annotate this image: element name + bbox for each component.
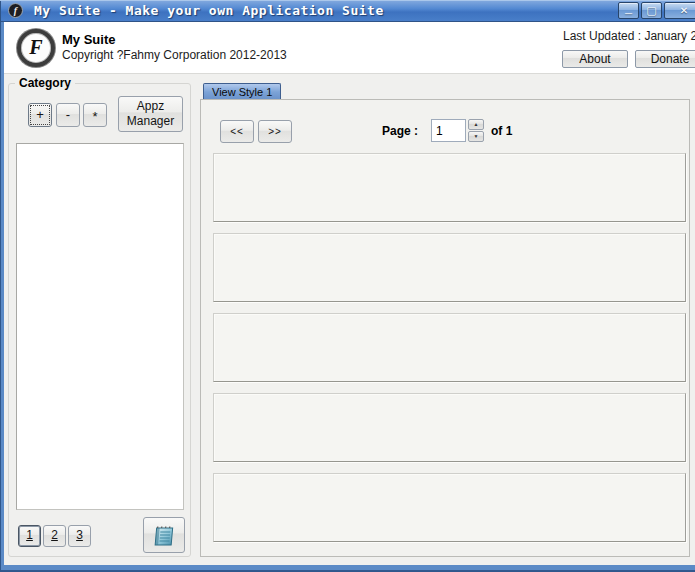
maximize-button[interactable]: ▢ [641,2,662,19]
window-client-area: F My Suite Copyright ?Fahmy Corporation … [4,22,695,565]
window-title: My Suite - Make your own Application Sui… [34,3,384,18]
about-button[interactable]: About [562,50,628,68]
app-slot [213,473,686,542]
quick-page-3-button[interactable]: 3 [68,525,91,547]
wildcard-category-button[interactable]: * [83,103,107,127]
quick-page-1-button[interactable]: 1 [18,525,41,547]
remove-category-button[interactable]: - [56,103,80,127]
category-list[interactable] [16,143,184,510]
quick-page-2-button[interactable]: 2 [43,525,66,547]
window-titlebar: f My Suite - Make your own Application S… [0,0,695,22]
category-group-title: Category [15,76,75,90]
copyright-text: Copyright ?Fahmy Corporation 2012-2013 [62,48,287,62]
app-slot [213,393,686,462]
arrow-down-icon: ▼ [474,133,479,139]
maximize-icon: ▢ [646,4,656,16]
header: F My Suite Copyright ?Fahmy Corporation … [4,22,695,74]
last-updated-text: Last Updated : January 201 [563,29,695,43]
app-titlebar-icon: f [8,3,23,18]
page-total-label: of 1 [491,124,512,138]
notepad-icon [152,524,176,548]
minimize-icon: ─ [625,8,632,19]
add-category-button[interactable]: + [28,103,52,127]
page-spinner: ▲ ▼ [468,119,484,142]
spinner-down-button[interactable]: ▼ [468,131,484,142]
notepad-button[interactable] [143,517,185,553]
category-groupbox: Category + - * Appz Manager 1 2 3 [8,83,191,557]
minimize-button[interactable]: ─ [618,2,639,19]
spinner-up-button[interactable]: ▲ [468,119,484,130]
app-name: My Suite [62,32,115,47]
arrow-up-icon: ▲ [474,121,479,127]
app-window: f My Suite - Make your own Application S… [0,0,695,572]
app-slot [213,313,686,382]
app-logo: F [17,29,55,67]
app-slot [213,153,686,222]
appz-manager-button[interactable]: Appz Manager [118,96,183,132]
view-style-panel: << >> Page : ▲ ▼ of 1 [200,99,690,557]
tab-view-style-1[interactable]: View Style 1 [203,83,281,100]
app-slot-list [213,153,686,542]
donate-button[interactable]: Donate [635,50,695,68]
close-icon: ✕ [680,5,688,16]
next-page-button[interactable]: >> [258,120,292,143]
app-slot [213,233,686,302]
page-label: Page : [382,124,418,138]
prev-page-button[interactable]: << [220,120,254,143]
page-input[interactable] [431,119,466,142]
close-button[interactable]: ✕ [664,2,695,19]
